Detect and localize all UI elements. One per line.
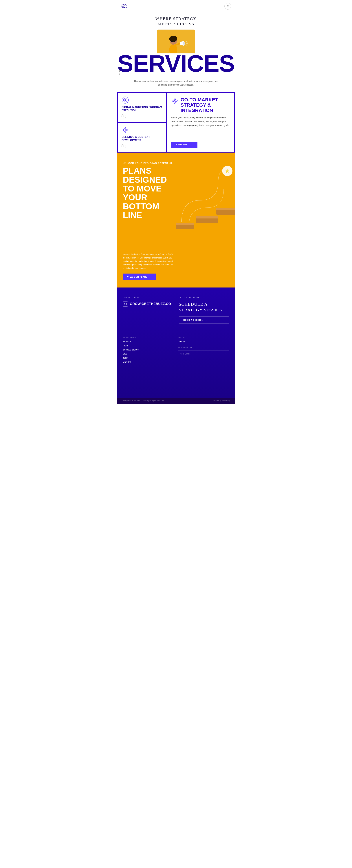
- footer-nav-grid: NAVIGATION Services Plans Success Storie…: [123, 331, 229, 365]
- nav-link-plans[interactable]: Plans: [123, 344, 174, 347]
- contact-right: LET'S STRATEGIZE SCHEDULE A STRATEGY SES…: [179, 297, 229, 323]
- svg-point-23: [125, 129, 126, 130]
- lets-strategize-label: LET'S STRATEGIZE: [179, 297, 229, 299]
- copyright-text: Copyright © Be The Buzz LLC 2024 | All R…: [122, 400, 164, 402]
- nav-link-team[interactable]: Team: [123, 356, 174, 359]
- newsletter-form: →: [178, 350, 229, 357]
- header: Be the Buzz ≡: [117, 0, 235, 12]
- svg-point-8: [169, 36, 177, 42]
- logo-icon: Be the Buzz: [121, 3, 128, 9]
- svg-rect-29: [196, 218, 218, 223]
- social-label: SOCIAL: [178, 336, 229, 338]
- featured-icon: [171, 97, 178, 106]
- email-icon: [123, 302, 128, 307]
- steps-illustration: ⭐: [171, 153, 235, 241]
- creative-title: CREATIVE & CONTENT DEVELOPMENT: [121, 135, 163, 142]
- services-left-col: DIGITAL MARKETING PROGRAM EXECUTION + CR…: [118, 93, 166, 152]
- plans-title: PLANS DESIGNED TO MOVE YOUR BOTTOM LINE: [123, 166, 174, 220]
- nav-link-blog[interactable]: Blog: [123, 352, 174, 355]
- svg-rect-31: [216, 210, 235, 215]
- svg-rect-14: [183, 42, 185, 44]
- featured-title: GO-TO-MARKET STRATEGY & INTEGRATION: [181, 97, 230, 113]
- hero-title: WHERE STRATEGY MEETS SUCCESS: [121, 16, 231, 27]
- service-card-digital: DIGITAL MARKETING PROGRAM EXECUTION +: [118, 93, 166, 122]
- nav-link-success-stories[interactable]: Success Stories: [123, 348, 174, 351]
- svg-rect-27: [176, 224, 194, 229]
- creative-plus[interactable]: +: [121, 144, 126, 148]
- svg-rect-33: [124, 303, 127, 305]
- service-card-featured: GO-TO-MARKET STRATEGY & INTEGRATION Refi…: [167, 93, 234, 152]
- svg-point-17: [125, 99, 126, 101]
- plans-section: UNLOCK YOUR B2B SAAS POTENTIAL PLANS DES…: [117, 153, 235, 287]
- nav-link-services[interactable]: Services: [123, 340, 174, 343]
- svg-rect-32: [216, 208, 235, 210]
- plans-visual: ⭐: [171, 153, 235, 287]
- footer-social-newsletter: SOCIAL LinkedIn NEWSLETTER →: [178, 336, 229, 365]
- bottom-bar: Copyright © Be The Buzz LLC 2024 | All R…: [117, 398, 235, 404]
- digital-marketing-plus[interactable]: +: [121, 114, 126, 118]
- built-by-text: Website by Buzzworthy: [213, 400, 230, 402]
- digital-marketing-title: DIGITAL MARKETING PROGRAM EXECUTION: [121, 105, 163, 112]
- nav-link-careers[interactable]: Careers: [123, 361, 174, 363]
- footer-navigation: NAVIGATION Services Plans Success Storie…: [123, 336, 174, 365]
- hero-section: WHERE STRATEGY MEETS SUCCESS: [117, 12, 235, 55]
- svg-text:Buzz: Buzz: [122, 7, 125, 8]
- plans-description: Harness the Be the Buzz methodology, ref…: [123, 253, 174, 270]
- plans-subtitle: UNLOCK YOUR B2B SAAS POTENTIAL: [123, 162, 229, 164]
- creative-icon: [121, 126, 129, 134]
- contact-left: GET IN TOUCH GROW@BETHEBUZZ.CO: [123, 297, 173, 323]
- svg-rect-28: [176, 223, 194, 225]
- view-plans-button[interactable]: VIEW OUR PLANS →: [123, 274, 156, 280]
- menu-button[interactable]: ≡: [224, 3, 231, 9]
- services-big-text: SERVICES: [117, 54, 235, 74]
- contact-grid: GET IN TOUCH GROW@BETHEBUZZ.CO LET'S STR…: [123, 297, 229, 323]
- service-card-creative: CREATIVE & CONTENT DEVELOPMENT +: [118, 123, 166, 152]
- logo[interactable]: Be the Buzz: [121, 3, 128, 9]
- email-link[interactable]: GROW@BETHEBUZZ.CO: [123, 302, 173, 307]
- learn-more-button[interactable]: LEARN MORE →: [171, 142, 198, 148]
- email-text: GROW@BETHEBUZZ.CO: [130, 302, 171, 306]
- schedule-title: SCHEDULE A STRATEGY SESSION: [179, 302, 229, 313]
- scroll-indicator: SCROLL: [119, 59, 120, 75]
- envelope-icon: [124, 303, 127, 305]
- svg-rect-10: [174, 40, 175, 42]
- get-in-touch-label: GET IN TOUCH: [123, 297, 173, 299]
- featured-description: Refine your market entry with our strate…: [171, 116, 230, 127]
- svg-text:the: the: [122, 5, 124, 7]
- newsletter-email-input[interactable]: [178, 350, 221, 357]
- social-link-linkedin[interactable]: LinkedIn: [178, 340, 229, 343]
- hamburger-icon: ≡: [227, 4, 229, 8]
- newsletter-submit-button[interactable]: →: [221, 350, 229, 357]
- newsletter-label: NEWSLETTER: [178, 347, 229, 348]
- svg-rect-9: [171, 40, 173, 42]
- svg-text:⭐: ⭐: [225, 169, 230, 173]
- navigation-label: NAVIGATION: [123, 336, 174, 338]
- svg-rect-30: [196, 216, 218, 218]
- svg-text:Be: Be: [122, 4, 124, 5]
- services-grid: DIGITAL MARKETING PROGRAM EXECUTION + CR…: [117, 92, 235, 153]
- scroll-text: SCROLL: [119, 67, 120, 75]
- contact-section: GET IN TOUCH GROW@BETHEBUZZ.CO LET'S STR…: [117, 287, 235, 398]
- svg-point-25: [222, 166, 233, 176]
- services-hero: SCROLL SERVICES: [117, 54, 235, 74]
- digital-marketing-icon: [121, 96, 129, 104]
- featured-header: GO-TO-MARKET STRATEGY & INTEGRATION: [171, 97, 230, 113]
- book-session-button[interactable]: BOOK A SESSION →: [179, 316, 229, 323]
